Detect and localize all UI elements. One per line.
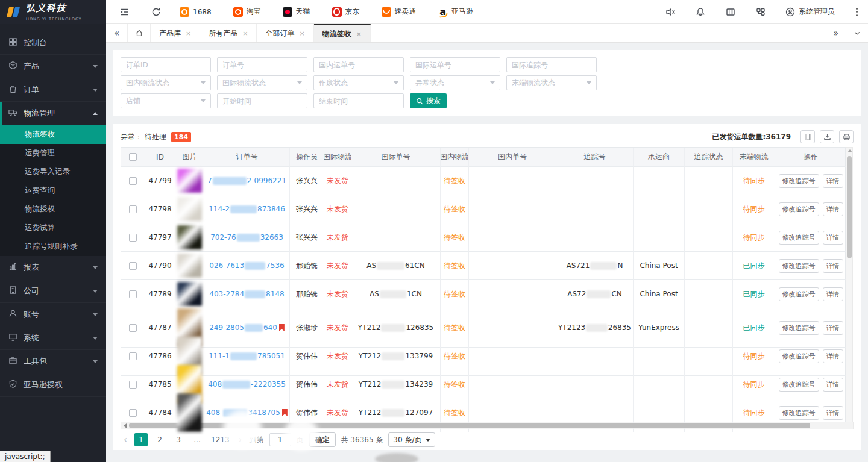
start-time-input[interactable] <box>217 93 307 108</box>
order-no-input[interactable] <box>217 57 307 72</box>
submenu-item[interactable]: 物流签收 <box>0 125 106 144</box>
network-icon[interactable] <box>755 7 766 17</box>
scroll-up-icon[interactable] <box>848 149 852 152</box>
vertical-scrollbar[interactable] <box>846 147 853 422</box>
row-checkbox[interactable] <box>129 381 137 389</box>
goto-confirm-button[interactable]: 确定 <box>309 432 336 447</box>
page-number[interactable]: 1213 <box>209 433 231 446</box>
scroll-left-icon[interactable] <box>124 423 127 428</box>
search-button[interactable]: 搜索 <box>410 93 447 108</box>
prev-page-icon[interactable]: ‹ <box>122 434 129 445</box>
refresh-icon[interactable] <box>151 7 162 17</box>
order-no-link[interactable]: 408-3418705 <box>206 408 288 417</box>
domestic-logistics-status-select[interactable]: 国内物流状态 <box>121 75 211 90</box>
page-number[interactable]: 3 <box>172 433 185 446</box>
edit-tracking-button[interactable]: 修改追踪号 <box>779 231 819 245</box>
collapse-menu-icon[interactable] <box>119 7 130 17</box>
home-tab-icon[interactable] <box>128 24 151 42</box>
exception-status-select[interactable]: 异常状态 <box>410 75 500 90</box>
board-icon[interactable] <box>725 7 736 17</box>
void-status-select[interactable]: 作废状态 <box>313 75 404 90</box>
page-number[interactable]: 1 <box>134 433 148 446</box>
order-no-link[interactable]: 111-1785051 <box>209 352 285 360</box>
order-no-link[interactable]: 408-2220355 <box>208 380 286 389</box>
product-image[interactable] <box>177 282 202 306</box>
product-image[interactable] <box>177 225 202 249</box>
product-image[interactable] <box>177 169 202 193</box>
tab-产品库[interactable]: 产品库× <box>151 24 200 42</box>
order-no-link[interactable]: 72-0996221 <box>207 176 286 185</box>
notification-bell-icon[interactable] <box>695 7 706 17</box>
details-button[interactable]: 详情 <box>823 378 843 392</box>
edit-tracking-button[interactable]: 修改追踪号 <box>779 174 819 188</box>
order-no-link[interactable]: 026-76137536 <box>209 261 284 270</box>
details-button[interactable]: 详情 <box>823 406 843 420</box>
order-no-link[interactable]: 403-27848148 <box>209 290 284 298</box>
submenu-item[interactable]: 物流授权 <box>0 200 106 219</box>
row-checkbox[interactable] <box>129 290 137 298</box>
volume-icon[interactable] <box>665 7 676 17</box>
page-number[interactable]: 2 <box>153 433 166 446</box>
sidebar-item-8[interactable]: 系统 <box>0 326 106 350</box>
platform-link-amazon[interactable]: a亚马逊 <box>438 7 473 17</box>
product-image[interactable] <box>177 393 202 432</box>
row-checkbox[interactable] <box>129 352 137 360</box>
order-id-input[interactable] <box>121 57 211 72</box>
platform-link-taobao[interactable]: 淘宝 <box>233 7 261 17</box>
close-tab-icon[interactable]: × <box>242 30 248 37</box>
tabs-scroll-left-icon[interactable]: « <box>106 24 128 42</box>
close-tab-icon[interactable]: × <box>356 30 362 38</box>
row-checkbox[interactable] <box>129 177 137 185</box>
row-checkbox[interactable] <box>129 409 137 417</box>
brand-logo[interactable]: 弘义科技 HONG YI TECHNOLOGY <box>0 0 106 24</box>
barcode-button[interactable] <box>800 130 815 143</box>
tabs-scroll-right-icon[interactable]: » <box>825 24 846 42</box>
tabs-menu-icon[interactable] <box>846 24 868 42</box>
close-tab-icon[interactable]: × <box>186 30 191 37</box>
product-image[interactable] <box>177 197 202 221</box>
details-button[interactable]: 详情 <box>823 321 843 335</box>
submenu-item[interactable]: 追踪号规则补录 <box>0 237 106 256</box>
shop-select[interactable]: 店铺 <box>121 93 211 108</box>
order-no-link[interactable]: 114-2873846 <box>209 205 285 213</box>
sidebar-item-1[interactable]: 控制台 <box>0 31 106 55</box>
edit-tracking-button[interactable]: 修改追踪号 <box>779 378 819 392</box>
end-time-input[interactable] <box>313 93 404 108</box>
tab-所有产品[interactable]: 所有产品× <box>200 24 257 42</box>
tab-全部订单[interactable]: 全部订单× <box>257 24 313 42</box>
platform-link-aliexpress[interactable]: 速卖通 <box>382 7 417 17</box>
more-options-icon[interactable] <box>854 6 860 18</box>
per-page-select[interactable]: 30 条/页 <box>388 432 435 447</box>
sidebar-item-7[interactable]: 账号 <box>0 303 106 326</box>
edit-tracking-button[interactable]: 修改追踪号 <box>779 321 819 335</box>
sidebar-item-2[interactable]: 产品 <box>0 55 106 78</box>
platform-link-tmall[interactable]: 天猫 <box>283 7 310 17</box>
details-button[interactable]: 详情 <box>823 174 843 188</box>
intl-tracking-input[interactable] <box>506 57 597 72</box>
export-button[interactable] <box>820 130 834 143</box>
goto-page-input[interactable] <box>269 433 291 446</box>
edit-tracking-button[interactable]: 修改追踪号 <box>779 287 819 301</box>
intl-waybill-input[interactable] <box>410 57 500 72</box>
order-no-link[interactable]: 702-7632663 <box>210 233 283 242</box>
sidebar-item-9[interactable]: 工具包 <box>0 350 106 373</box>
sidebar-item-10[interactable]: 亚马逊授权 <box>0 373 106 397</box>
tab-物流签收[interactable]: 物流签收× <box>314 24 371 42</box>
sidebar-item-3[interactable]: 订单 <box>0 78 106 102</box>
submenu-item[interactable]: 运费试算 <box>0 219 106 237</box>
row-checkbox[interactable] <box>129 234 137 242</box>
details-button[interactable]: 详情 <box>823 202 843 216</box>
order-no-link[interactable]: 249-2805640 <box>209 323 285 332</box>
details-button[interactable]: 详情 <box>823 287 843 301</box>
details-button[interactable]: 详情 <box>823 349 843 363</box>
edit-tracking-button[interactable]: 修改追踪号 <box>779 349 819 363</box>
platform-link-jd[interactable]: 京东 <box>332 7 360 17</box>
details-button[interactable]: 详情 <box>823 259 843 273</box>
domestic-waybill-input[interactable] <box>313 57 404 72</box>
pending-count-badge[interactable]: 184 <box>171 132 191 142</box>
close-tab-icon[interactable]: × <box>299 30 304 37</box>
edit-tracking-button[interactable]: 修改追踪号 <box>779 259 819 273</box>
horizontal-scroll-thumb[interactable] <box>129 423 810 428</box>
select-all-checkbox[interactable] <box>129 153 137 161</box>
sidebar-item-5[interactable]: 报表 <box>0 256 106 279</box>
